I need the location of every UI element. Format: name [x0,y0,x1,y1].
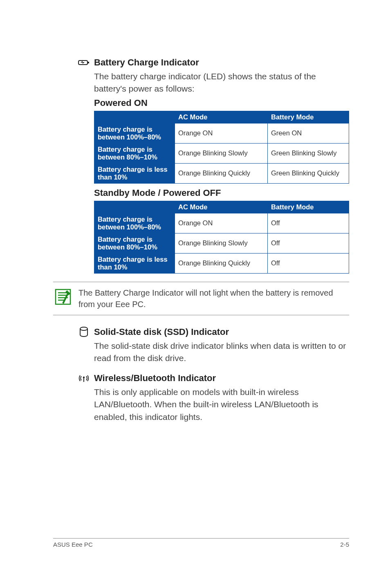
ssd-body: The solid-state disk drive indicator bli… [94,340,349,365]
table-row: Battery charge is less than 10% Orange B… [94,253,349,273]
svg-rect-1 [88,62,89,63]
standby-table: AC Mode Battery Mode Battery charge is b… [94,201,349,274]
battery-body: The battery charge indicator (LED) shows… [94,70,349,95]
note-box: The Battery Charge Indicator will not li… [53,282,349,315]
wireless-section: Wireless/Bluetooth Indicator This is onl… [53,373,349,423]
table-header: AC Mode [175,111,268,123]
table-header: Battery Mode [268,111,349,123]
ssd-heading: Solid-State disk (SSD) Indicator [94,327,229,337]
table-header: Battery Mode [268,201,349,213]
table-row: Battery charge is less than 10% Orange B… [94,163,349,183]
table-row: Battery charge is between 100%–80% Orang… [94,123,349,143]
ssd-section: Solid-State disk (SSD) Indicator The sol… [53,327,349,365]
note-text: The Battery Charge Indicator will not li… [78,287,349,310]
table-row: Battery charge is between 100%–80% Orang… [94,213,349,233]
wireless-heading: Wireless/Bluetooth Indicator [94,373,216,384]
table-row: Battery charge is between 80%–10% Orange… [94,233,349,253]
note-icon [53,287,73,308]
battery-icon [78,58,90,67]
table-row: Battery charge is between 80%–10% Orange… [94,143,349,163]
standby-heading: Standby Mode / Powered OFF [94,188,349,198]
page-footer: ASUS Eee PC 2-5 [53,538,349,548]
battery-heading: Battery Charge Indicator [94,57,199,68]
svg-rect-5 [83,378,84,382]
wireless-body: This is only applicable on models with b… [94,386,349,423]
footer-right: 2-5 [340,541,349,548]
svg-point-3 [80,327,87,330]
wireless-icon [78,373,90,384]
table-header: AC Mode [175,201,268,213]
footer-left: ASUS Eee PC [53,541,93,548]
battery-charge-section: Battery Charge Indicator The battery cha… [53,57,349,274]
disk-icon [78,327,90,337]
powered-on-heading: Powered ON [94,98,349,108]
powered-on-table: AC Mode Battery Mode Battery charge is b… [94,111,349,184]
